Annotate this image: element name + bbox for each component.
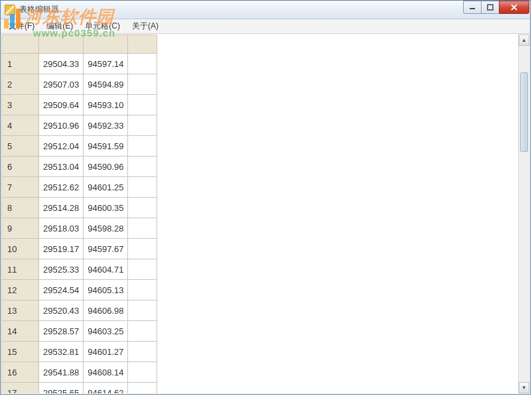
table-row: 1429528.5794603.25 — [2, 321, 157, 342]
row-header[interactable]: 16 — [2, 362, 39, 383]
cell[interactable] — [128, 342, 157, 362]
app-icon — [5, 5, 15, 15]
cell[interactable] — [128, 362, 157, 383]
cell[interactable] — [128, 300, 157, 321]
cell[interactable]: 29507.03 — [39, 74, 84, 95]
cell[interactable]: 29510.96 — [39, 115, 84, 136]
cell[interactable]: 29509.64 — [39, 95, 84, 115]
titlebar[interactable]: 表格编辑器 — [1, 1, 530, 19]
cell[interactable]: 94603.25 — [84, 321, 128, 342]
table-row: 129504.3394597.14 — [2, 54, 157, 74]
cell[interactable]: 94597.67 — [84, 239, 128, 259]
cell[interactable]: 94592.33 — [84, 115, 128, 136]
cell[interactable]: 29532.81 — [39, 342, 84, 362]
row-header[interactable]: 12 — [2, 280, 39, 300]
menu-cell[interactable]: 单元格(C) — [80, 19, 125, 33]
cell[interactable] — [128, 54, 157, 74]
scroll-track[interactable] — [519, 46, 529, 382]
cell[interactable]: 29520.43 — [39, 300, 84, 321]
cell[interactable]: 94590.96 — [84, 157, 128, 177]
menu-edit[interactable]: 编辑(E) — [41, 19, 78, 33]
cell[interactable]: 94601.25 — [84, 177, 128, 198]
row-header[interactable]: 7 — [2, 177, 39, 198]
maximize-button[interactable] — [481, 1, 499, 14]
cell[interactable]: 94591.59 — [84, 136, 128, 157]
table-row: 1229524.5494605.13 — [2, 280, 157, 300]
cell[interactable]: 29525.65 — [39, 383, 84, 394]
cell[interactable]: 94605.13 — [84, 280, 128, 300]
row-header[interactable]: 15 — [2, 342, 39, 362]
table-row: 829514.2894600.35 — [2, 198, 157, 218]
scroll-up-arrow[interactable]: ▲ — [519, 34, 529, 46]
table-row: 729512.6294601.25 — [2, 177, 157, 198]
cell[interactable] — [128, 198, 157, 218]
cell[interactable] — [128, 136, 157, 157]
table-row: 229507.0394594.89 — [2, 74, 157, 95]
cell[interactable]: 94594.89 — [84, 74, 128, 95]
cell[interactable]: 94606.98 — [84, 300, 128, 321]
row-header[interactable]: 13 — [2, 300, 39, 321]
cell[interactable] — [128, 239, 157, 259]
cell[interactable]: 94598.28 — [84, 218, 128, 239]
menu-about[interactable]: 关于(A) — [127, 19, 164, 33]
cell[interactable]: 94597.14 — [84, 54, 128, 74]
cell[interactable]: 29541.88 — [39, 362, 84, 383]
scroll-down-arrow[interactable]: ▼ — [519, 382, 529, 393]
corner-cell[interactable] — [2, 35, 39, 54]
menu-file[interactable]: 文件(F) — [3, 19, 40, 33]
row-header[interactable]: 3 — [2, 95, 39, 115]
row-header[interactable]: 5 — [2, 136, 39, 157]
cell[interactable] — [128, 177, 157, 198]
cell[interactable]: 29514.28 — [39, 198, 84, 218]
cell[interactable]: 29524.54 — [39, 280, 84, 300]
data-grid[interactable]: 129504.3394597.14229507.0394594.89329509… — [1, 34, 157, 393]
row-header[interactable]: 11 — [2, 259, 39, 280]
cell[interactable]: 94600.35 — [84, 198, 128, 218]
cell[interactable] — [128, 259, 157, 280]
vertical-scrollbar[interactable]: ▲ ▼ — [518, 34, 529, 393]
close-button[interactable] — [499, 1, 529, 14]
cell[interactable]: 29525.33 — [39, 259, 84, 280]
row-header[interactable]: 1 — [2, 54, 39, 74]
window-frame: 表格编辑器 文件(F) 编辑(E) 单元格(C) 关于(A) — [0, 0, 531, 395]
row-header[interactable]: 6 — [2, 157, 39, 177]
cell[interactable] — [128, 157, 157, 177]
cell[interactable]: 29518.03 — [39, 218, 84, 239]
cell[interactable]: 29519.17 — [39, 239, 84, 259]
row-header[interactable]: 8 — [2, 198, 39, 218]
row-header[interactable]: 17 — [2, 383, 39, 394]
menubar: 文件(F) 编辑(E) 单元格(C) 关于(A) — [1, 19, 530, 34]
scroll-thumb[interactable] — [520, 72, 528, 152]
cell[interactable]: 29504.33 — [39, 54, 84, 74]
row-header[interactable]: 10 — [2, 239, 39, 259]
cell[interactable] — [128, 115, 157, 136]
minimize-button[interactable] — [463, 1, 482, 14]
cell[interactable]: 94608.14 — [84, 362, 128, 383]
col-header-2[interactable] — [84, 35, 128, 54]
table-row: 929518.0394598.28 — [2, 218, 157, 239]
row-header[interactable]: 14 — [2, 321, 39, 342]
cell[interactable] — [128, 95, 157, 115]
table-row: 1529532.8194601.27 — [2, 342, 157, 362]
cell[interactable]: 29512.04 — [39, 136, 84, 157]
row-header[interactable]: 4 — [2, 115, 39, 136]
cell[interactable]: 94601.27 — [84, 342, 128, 362]
col-header-3[interactable] — [128, 35, 157, 54]
row-header[interactable]: 2 — [2, 74, 39, 95]
cell[interactable] — [128, 321, 157, 342]
cell[interactable]: 29513.04 — [39, 157, 84, 177]
close-icon — [510, 4, 518, 11]
cell[interactable]: 94593.10 — [84, 95, 128, 115]
cell[interactable]: 94614.62 — [84, 383, 128, 394]
cell[interactable]: 94604.71 — [84, 259, 128, 280]
cell[interactable] — [128, 280, 157, 300]
col-header-1[interactable] — [39, 35, 84, 54]
cell[interactable]: 29528.57 — [39, 321, 84, 342]
cell[interactable] — [128, 383, 157, 394]
cell[interactable] — [128, 218, 157, 239]
window-controls — [464, 1, 530, 14]
cell[interactable] — [128, 74, 157, 95]
row-header[interactable]: 9 — [2, 218, 39, 239]
cell[interactable]: 29512.62 — [39, 177, 84, 198]
svg-rect-1 — [488, 5, 493, 10]
